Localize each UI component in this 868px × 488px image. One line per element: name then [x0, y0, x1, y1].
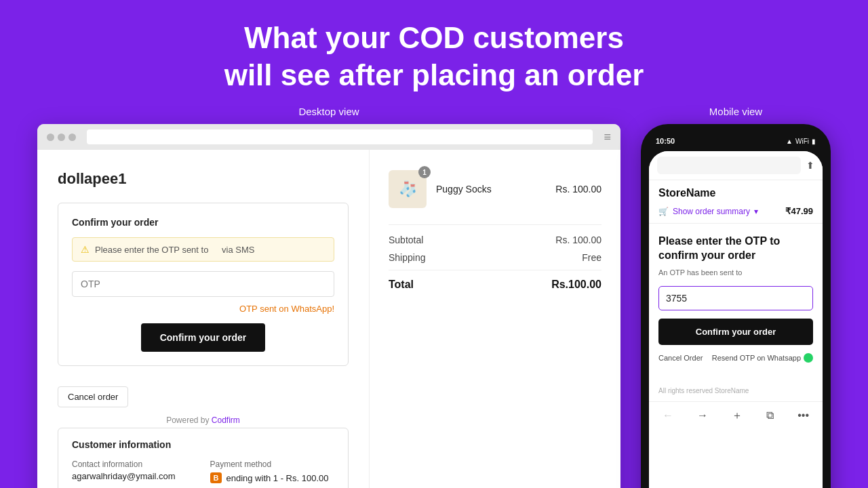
url-bar[interactable] [87, 129, 593, 144]
phone-share-icon[interactable]: ⬆ [806, 160, 814, 171]
right-column: 🧦 1 Puggy Socks Rs. 100.00 Subtotal Rs. … [370, 150, 620, 488]
payment-badge-icon: B [210, 472, 222, 483]
nav-menu-icon[interactable]: ••• [797, 409, 809, 422]
confirm-order-button[interactable]: Confirm your order [141, 323, 266, 352]
cancel-order-button[interactable]: Cancel order [58, 386, 128, 407]
phone-confirm-button[interactable]: Confirm your order [658, 319, 813, 345]
contact-value: agarwalhriday@ymail.com [72, 471, 197, 481]
whatsapp-icon [804, 353, 813, 363]
nav-plus-icon[interactable]: ＋ [732, 409, 743, 423]
customer-info-box: Customer information Contact information… [58, 428, 349, 488]
summary-price: ₹47.99 [785, 206, 813, 216]
header-line1: What your COD customers [244, 21, 624, 54]
nav-forward-icon[interactable]: → [697, 409, 708, 422]
confirm-box-title: Confirm your order [72, 217, 334, 228]
product-name: Puggy Socks [436, 184, 546, 195]
payment-value: B ending with 1 - Rs. 100.00 [210, 472, 329, 483]
phone-otp-title: Please enter the OTP to confirm your ord… [658, 235, 813, 263]
powered-by: Powered by Codfirm [58, 415, 349, 425]
confirm-box: Confirm your order ⚠ Please enter the OT… [58, 203, 349, 366]
total-label: Total [389, 279, 414, 291]
browser-dot-red [47, 134, 54, 141]
shipping-label: Shipping [389, 252, 426, 263]
mobile-label: Mobile view [641, 106, 831, 117]
codfirm-link[interactable]: Codfirm [212, 415, 240, 425]
chevron-down-icon: ▾ [754, 207, 758, 216]
mobile-panel: Mobile view 10:50 ▲ WiFi ▮ ⬆ StoreName [641, 106, 831, 488]
otp-warning-text: Please enter the OTP sent to [95, 245, 208, 255]
battery-icon: ▮ [812, 138, 816, 145]
desktop-panel: Desktop view ≡ dollapee1 Confirm your or… [37, 106, 620, 488]
nav-back-icon[interactable]: ← [663, 409, 673, 422]
phone-search-bar[interactable] [657, 157, 801, 174]
phone-resend-label[interactable]: Resend OTP on Whatsapp [712, 353, 813, 363]
phone-top-bar: ⬆ [649, 151, 823, 180]
phone-cancel-label[interactable]: Cancel Order [658, 354, 703, 362]
left-column: dollapee1 Confirm your order ⚠ Please en… [37, 150, 370, 488]
phone-screen: ⬆ StoreName 🛒 Show order summary ▾ ₹47.9… [649, 151, 823, 488]
store-name: dollapee1 [58, 170, 349, 188]
phone-nav-bar: ← → ＋ ⧉ ••• [649, 401, 823, 430]
page-header: What your COD customers will see after p… [0, 0, 868, 106]
wifi-icon: WiFi [795, 138, 809, 145]
desktop-label: Desktop view [37, 106, 620, 117]
cart-icon: 🛒 [658, 207, 669, 216]
phone-store-name: StoreName [649, 180, 823, 202]
summary-label[interactable]: Show order summary [673, 207, 750, 216]
otp-warning-suffix: via SMS [222, 245, 254, 255]
shipping-value: Free [582, 252, 601, 263]
product-price: Rs. 100.00 [555, 184, 601, 195]
subtotal-label: Subtotal [389, 235, 423, 245]
customer-info-title: Customer information [72, 439, 334, 450]
browser-dot-green [68, 134, 76, 141]
product-row: 🧦 1 Puggy Socks Rs. 100.00 [389, 170, 601, 208]
total-value: Rs.100.00 [551, 279, 601, 291]
phone-otp-subtitle: An OTP has been sent to [658, 268, 813, 277]
price-rows: Subtotal Rs. 100.00 Shipping Free Total … [389, 224, 601, 291]
nav-tabs-icon[interactable]: ⧉ [766, 409, 774, 422]
phone-order-summary: 🛒 Show order summary ▾ ₹47.99 [649, 202, 823, 224]
phone-action-row: Cancel Order Resend OTP on Whatsapp [658, 353, 813, 363]
location-icon: ▲ [786, 138, 793, 145]
phone-otp-input[interactable] [658, 286, 813, 310]
otp-input[interactable] [72, 271, 334, 297]
payment-suffix: ending with 1 - Rs. 100.00 [226, 473, 328, 483]
browser-menu-icon: ≡ [604, 130, 611, 144]
phone-footer: All rights reserved StoreName [649, 373, 823, 401]
phone-time: 10:50 [656, 137, 675, 145]
otp-warning-banner: ⚠ Please enter the OTP sent to via SMS [72, 237, 334, 262]
contact-label: Contact information [72, 460, 197, 469]
browser-dot-yellow [58, 134, 65, 141]
header-line2: will see after placing an order [224, 58, 644, 92]
warning-icon: ⚠ [81, 244, 90, 255]
payment-label: Payment method [210, 460, 335, 469]
phone-frame: 10:50 ▲ WiFi ▮ ⬆ StoreName 🛒 [641, 124, 831, 488]
subtotal-value: Rs. 100.00 [555, 235, 601, 245]
phone-status-bar: 10:50 ▲ WiFi ▮ [649, 134, 823, 148]
quantity-badge: 1 [418, 166, 431, 178]
browser-window: ≡ dollapee1 Confirm your order ⚠ Please … [37, 124, 620, 488]
browser-bar: ≡ [37, 124, 620, 150]
whatsapp-sent-text: OTP sent on WhatsApp! [72, 304, 334, 314]
phone-otp-box: Please enter the OTP to confirm your ord… [649, 224, 823, 373]
